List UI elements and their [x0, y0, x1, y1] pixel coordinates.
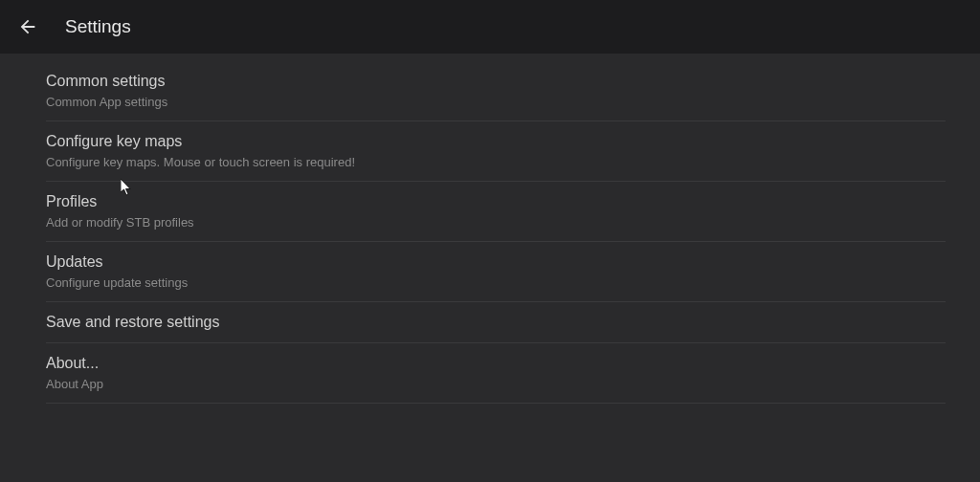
item-title: Profiles	[46, 191, 946, 212]
settings-item-save-restore[interactable]: Save and restore settings	[46, 302, 946, 343]
item-subtitle: Configure key maps. Mouse or touch scree…	[46, 154, 946, 171]
item-subtitle: About App	[46, 376, 946, 393]
page-title: Settings	[65, 16, 131, 37]
settings-item-about[interactable]: About... About App	[46, 343, 946, 404]
item-title: Updates	[46, 252, 946, 273]
settings-item-profiles[interactable]: Profiles Add or modify STB profiles	[46, 182, 946, 242]
item-subtitle: Configure update settings	[46, 274, 946, 292]
app-header: Settings	[0, 0, 980, 54]
item-subtitle: Add or modify STB profiles	[46, 214, 946, 231]
item-title: Common settings	[46, 71, 946, 92]
settings-item-updates[interactable]: Updates Configure update settings	[46, 242, 946, 302]
item-title: Save and restore settings	[46, 312, 946, 333]
item-title: About...	[46, 353, 946, 374]
item-subtitle: Common App settings	[46, 94, 946, 111]
settings-list: Common settings Common App settings Conf…	[0, 54, 980, 404]
back-arrow-icon[interactable]	[17, 16, 38, 37]
settings-item-keymaps[interactable]: Configure key maps Configure key maps. M…	[46, 121, 946, 182]
item-title: Configure key maps	[46, 131, 946, 152]
settings-item-common[interactable]: Common settings Common App settings	[46, 61, 946, 121]
